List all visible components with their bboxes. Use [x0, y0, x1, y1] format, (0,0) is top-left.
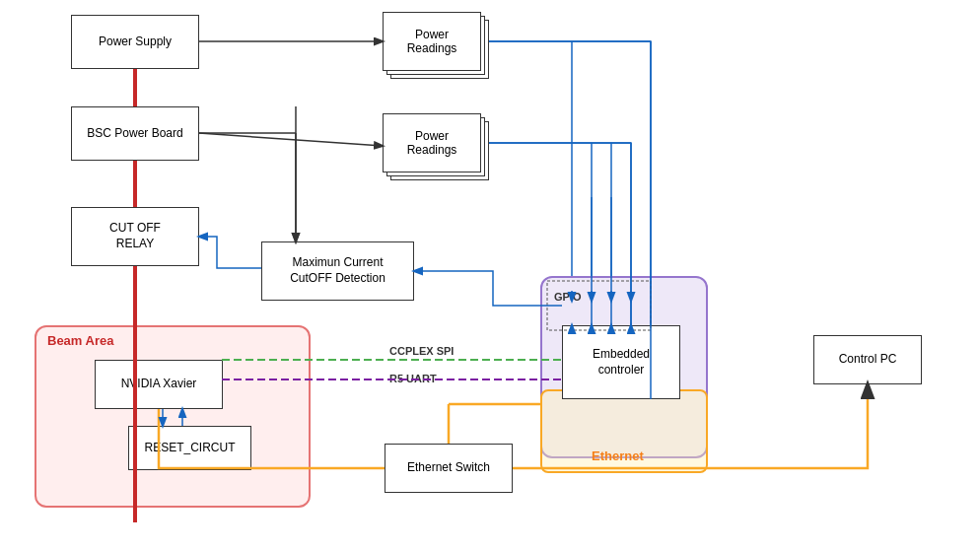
cut-off-relay-box: CUT OFFRELAY — [71, 207, 199, 266]
reset-circuit-label: RESET_CIRCUT — [144, 441, 235, 456]
cut-off-relay-label: CUT OFFRELAY — [109, 221, 161, 251]
nvidia-xavier-box: NVIDIA Xavier — [95, 360, 223, 409]
max-current-box: Maximun CurrentCutOFF Detection — [261, 241, 414, 301]
svg-line-4 — [199, 133, 383, 146]
power-readings-1-label: PowerReadings — [407, 28, 457, 55]
reset-circuit-box: RESET_CIRCUT — [128, 426, 251, 470]
beam-area-label: Beam Area — [47, 333, 113, 348]
bsc-power-board-box: BSC Power Board — [71, 106, 199, 161]
control-pc-label: Control PC — [839, 352, 897, 368]
power-readings-2-label: PowerReadings — [407, 129, 457, 157]
ccplex-spi-label: CCPLEX SPI — [389, 345, 454, 357]
ethernet-label: Ethernet — [592, 448, 644, 463]
ethernet-switch-label: Ethernet Switch — [407, 460, 490, 476]
control-pc-box: Control PC — [813, 335, 922, 384]
nvidia-xavier-label: NVIDIA Xavier — [121, 377, 197, 392]
bsc-power-board-label: BSC Power Board — [87, 126, 182, 142]
max-current-label: Maximun CurrentCutOFF Detection — [290, 255, 385, 286]
beam-area — [35, 325, 311, 508]
power-supply-label: Power Supply — [99, 34, 172, 50]
embedded-controller-box: Embeddedcontroler — [562, 325, 680, 399]
power-supply-box: Power Supply — [71, 15, 199, 69]
embedded-controller-label: Embeddedcontroler — [593, 347, 650, 378]
ethernet-switch-box: Ethernet Switch — [385, 444, 513, 493]
r5-uart-label: R5 UART — [389, 373, 437, 384]
diagram: Beam Area Ethernet Power Supply BSC Powe… — [0, 0, 980, 551]
gpio-label: GPIO — [554, 291, 582, 303]
